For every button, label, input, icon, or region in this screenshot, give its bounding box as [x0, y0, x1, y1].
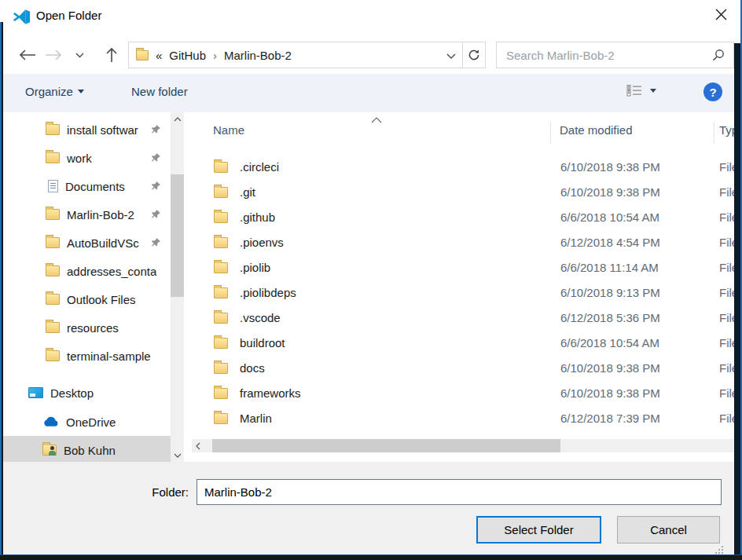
file-row[interactable]: .circleci6/10/2018 9:38 PMFile — [192, 156, 734, 181]
pin-icon — [151, 236, 161, 250]
file-name: .pioenvs — [240, 236, 284, 249]
file-date: 6/10/2018 9:13 PM — [560, 286, 660, 299]
sidebar-item-documents[interactable]: Documents — [3, 172, 171, 200]
search-icon[interactable] — [712, 49, 725, 61]
folder-icon — [214, 338, 228, 349]
horizontal-scrollbar[interactable] — [192, 439, 734, 452]
search-box — [496, 42, 734, 68]
horizontal-scrollbar-thumb[interactable] — [212, 439, 560, 452]
tree-scrollbar[interactable] — [171, 112, 184, 462]
navigation-pane: install softwar work Documents Marlin-Bo… — [3, 112, 171, 462]
file-type: File — [719, 286, 734, 299]
address-dropdown-button[interactable] — [446, 49, 456, 62]
file-row[interactable]: .piolib6/6/2018 11:14 AMFile — [192, 256, 734, 281]
pin-icon — [151, 180, 161, 193]
address-bar[interactable]: « GitHub › Marlin-Bob-2 — [128, 42, 463, 68]
sidebar-item-install-software[interactable]: install softwar — [3, 115, 171, 144]
forward-button[interactable] — [44, 46, 63, 64]
scroll-left-button[interactable] — [192, 439, 204, 452]
folder-icon — [214, 187, 228, 198]
file-row[interactable]: docs6/10/2018 9:38 PMFile — [192, 357, 734, 382]
file-type: File — [719, 361, 734, 375]
sidebar-item-label: install softwar — [67, 123, 138, 137]
recent-locations-button[interactable] — [72, 46, 86, 64]
sidebar-item-bob-kuhn[interactable]: Bob Kuhn — [3, 436, 171, 462]
file-type: File — [719, 160, 734, 174]
refresh-icon — [468, 49, 480, 61]
file-name: Marlin — [240, 412, 272, 425]
folder-icon — [214, 262, 228, 273]
chevron-down-icon — [446, 53, 456, 60]
column-header-date-modified[interactable]: Date modified — [560, 123, 633, 137]
sidebar-item-terminal-sample[interactable]: terminal-sample — [3, 342, 171, 370]
file-name: frameworks — [240, 386, 301, 400]
column-divider[interactable] — [550, 122, 551, 144]
window-edge-bottom — [0, 555, 742, 560]
pin-icon — [151, 152, 161, 165]
sidebar-item-label: Bob Kuhn — [64, 444, 116, 457]
sidebar-item-addresses-contacts[interactable]: addresses_conta — [3, 257, 171, 285]
cancel-button[interactable]: Cancel — [617, 516, 720, 544]
scroll-down-button[interactable] — [171, 448, 184, 462]
desktop-icon — [28, 387, 43, 398]
breadcrumb-collapse[interactable]: « — [156, 49, 162, 62]
file-row[interactable]: .vscode6/12/2018 5:36 PMFile — [192, 306, 734, 331]
new-folder-button[interactable]: New folder — [131, 85, 188, 98]
file-row[interactable]: .piolibdeps6/10/2018 9:13 PMFile — [192, 281, 734, 306]
sidebar-item-label: work — [67, 152, 92, 165]
refresh-button[interactable] — [462, 42, 486, 68]
help-button[interactable]: ? — [703, 82, 722, 101]
file-date: 6/12/2018 5:36 PM — [560, 311, 660, 324]
close-button[interactable] — [708, 3, 733, 25]
pin-icon — [151, 123, 161, 137]
file-row[interactable]: Marlin6/12/2018 7:39 PMFile — [192, 407, 734, 432]
file-row[interactable]: .github6/6/2018 10:54 AMFile — [192, 206, 734, 231]
file-name: docs — [240, 361, 265, 375]
select-folder-button[interactable]: Select Folder — [476, 516, 601, 544]
breadcrumb-marlin-bob-2[interactable]: Marlin-Bob-2 — [224, 49, 292, 62]
organize-menu[interactable]: Organize — [25, 85, 84, 98]
sidebar-item-onedrive[interactable]: OneDrive — [3, 408, 171, 436]
file-name: .piolib — [240, 261, 270, 274]
sidebar-item-desktop[interactable]: Desktop — [3, 379, 171, 407]
file-row[interactable]: frameworks6/10/2018 9:38 PMFile — [192, 382, 734, 407]
tree-scrollbar-thumb[interactable] — [171, 174, 184, 297]
select-folder-label: Select Folder — [504, 523, 573, 536]
organize-label: Organize — [25, 85, 73, 98]
folder-icon — [214, 212, 228, 223]
breadcrumb-github[interactable]: GitHub — [169, 49, 206, 62]
folder-icon — [46, 124, 60, 135]
resize-grip[interactable] — [714, 545, 723, 554]
up-button[interactable] — [102, 46, 121, 64]
chevron-up-icon — [174, 117, 182, 122]
sidebar-item-label: Documents — [65, 180, 125, 193]
column-divider[interactable] — [714, 122, 714, 144]
folder-name-input[interactable] — [197, 479, 722, 505]
file-list: Name Date modified Typ .circleci6/10/201… — [192, 112, 734, 462]
file-name: .github — [240, 210, 275, 224]
file-row[interactable]: .pioenvs6/12/2018 4:54 PMFile — [192, 231, 734, 256]
file-row[interactable]: buildroot6/6/2018 10:54 AMFile — [192, 331, 734, 357]
title-bar: Open Folder — [0, 0, 734, 36]
back-button[interactable] — [18, 46, 37, 64]
file-type: File — [719, 311, 734, 324]
caret-down-icon — [78, 90, 84, 93]
column-header-type[interactable]: Typ — [719, 123, 734, 137]
sidebar-item-work[interactable]: work — [3, 144, 171, 172]
sidebar-item-resources[interactable]: resources — [3, 313, 171, 342]
sort-ascending-icon — [371, 112, 382, 126]
file-name: .vscode — [240, 311, 281, 324]
search-input[interactable] — [497, 49, 712, 62]
onedrive-icon — [42, 416, 59, 427]
file-type: File — [719, 261, 734, 274]
file-name: .git — [240, 185, 255, 199]
change-view-button[interactable] — [626, 84, 656, 97]
sidebar-item-marlin-bob-2[interactable]: Marlin-Bob-2 — [3, 200, 171, 229]
scroll-up-button[interactable] — [171, 112, 184, 126]
column-header-name[interactable]: Name — [213, 123, 244, 137]
user-folder-icon — [42, 445, 57, 456]
file-row[interactable]: .git6/10/2018 9:38 PMFile — [192, 181, 734, 206]
sidebar-item-autobuildvsc[interactable]: AutoBuildVSc — [3, 229, 171, 257]
sidebar-item-outlook-files[interactable]: Outlook Files — [3, 285, 171, 313]
chevron-left-icon — [196, 442, 200, 450]
